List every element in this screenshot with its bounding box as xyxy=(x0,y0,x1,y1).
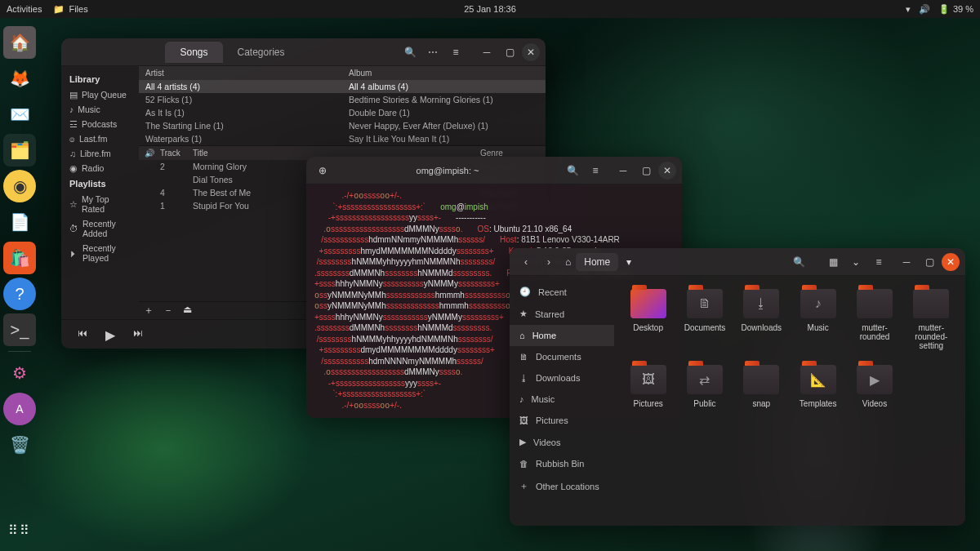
folder-item[interactable]: mutter-rounded-setting xyxy=(906,289,957,350)
folder-item[interactable]: ⇄ Public xyxy=(679,365,730,408)
dock-thunderbird[interactable]: ✉️ xyxy=(3,98,36,131)
library-item[interactable]: ☲Podcasts xyxy=(65,117,136,131)
album-column-header[interactable]: Album xyxy=(342,66,546,80)
library-item[interactable]: ▤Play Queue xyxy=(65,87,136,102)
folder-item[interactable]: Desktop xyxy=(622,289,674,350)
chevron-down-icon[interactable]: ▾ xyxy=(623,256,635,268)
files-sidebar-item[interactable]: 🗎 Documents xyxy=(510,346,614,367)
tab-songs[interactable]: Songs xyxy=(165,42,222,63)
folder-item[interactable]: ⭳ Downloads xyxy=(736,289,787,350)
dock-writer[interactable]: 📄 xyxy=(3,206,36,238)
search-button[interactable]: 🔍 xyxy=(562,160,583,181)
folder-item[interactable]: 🗎 Documents xyxy=(679,289,730,350)
folder-item[interactable]: ♪ Music xyxy=(792,289,844,350)
battery-icon: 🔋 xyxy=(938,4,950,15)
album-row[interactable]: Say It Like You Mean It (1) xyxy=(342,132,546,145)
album-row[interactable]: Bedtime Stories & Morning Glories (1) xyxy=(342,93,546,106)
track-column-header[interactable]: Track xyxy=(160,149,193,158)
dock-software[interactable]: 🛍️ xyxy=(3,242,36,274)
close-button[interactable]: ✕ xyxy=(658,162,676,180)
play-button[interactable]: ▶ xyxy=(105,327,120,342)
folder-item[interactable]: 📐 Templates xyxy=(792,365,844,408)
view-options-button[interactable]: ⌄ xyxy=(845,251,866,273)
app-menu[interactable]: 📁 Files xyxy=(53,4,87,15)
dock-terminal[interactable]: >_ xyxy=(3,313,36,346)
menu-button[interactable]: ⋯ xyxy=(422,42,443,63)
add-playlist-button[interactable]: ＋ xyxy=(144,304,158,318)
album-row[interactable]: Double Dare (1) xyxy=(342,106,546,119)
network-icon[interactable]: ▾ xyxy=(906,4,911,15)
library-item[interactable]: ♪Music xyxy=(65,102,136,117)
artist-column-header[interactable]: Artist xyxy=(139,66,342,80)
files-sidebar-label: Home xyxy=(532,331,556,340)
search-button[interactable]: 🔍 xyxy=(399,42,421,63)
music-sidebar: Library ▤Play Queue♪Music☲Podcasts⌾Last.… xyxy=(61,66,139,319)
folder-item[interactable]: 🖼 Pictures xyxy=(622,365,674,408)
dock-home-folder[interactable]: 🏠 xyxy=(3,26,36,59)
search-button[interactable]: 🔍 xyxy=(788,251,809,273)
remove-playlist-button[interactable]: － xyxy=(163,304,178,318)
folder-item[interactable]: snap xyxy=(736,365,787,408)
files-sidebar-item[interactable]: 🗑 Rubbish Bin xyxy=(510,453,614,474)
menu-button[interactable]: ≡ xyxy=(868,251,889,273)
dock-firefox[interactable]: 🦊 xyxy=(3,62,36,95)
folder-icon xyxy=(630,289,666,318)
artist-row[interactable]: Waterparks (1) xyxy=(139,132,342,145)
battery-indicator[interactable]: 🔋 39 % xyxy=(938,4,973,15)
maximize-button[interactable]: ▢ xyxy=(635,160,657,181)
view-button[interactable]: ≡ xyxy=(445,42,466,63)
files-sidebar-item[interactable]: ＋ Other Locations xyxy=(510,474,614,498)
playlist-item[interactable]: ⏵Recently Played xyxy=(65,241,136,265)
breadcrumb-home[interactable]: Home xyxy=(576,253,618,271)
forward-button[interactable]: › xyxy=(538,251,559,273)
folder-item[interactable]: ▶ Videos xyxy=(849,365,900,408)
activities-button[interactable]: Activities xyxy=(7,4,42,14)
artist-row[interactable]: 52 Flicks (1) xyxy=(139,93,342,106)
artist-row[interactable]: As It Is (1) xyxy=(139,106,342,119)
playlist-item[interactable]: ⏱Recently Added xyxy=(65,216,136,241)
maximize-button[interactable]: ▢ xyxy=(919,251,940,273)
next-button[interactable]: ⏭ xyxy=(133,327,148,342)
gnome-topbar: Activities 📁 Files 25 Jan 18:36 ▾ 🔊 🔋 39… xyxy=(0,0,980,18)
close-button[interactable]: ✕ xyxy=(522,43,540,61)
files-sidebar-item[interactable]: ♪ Music xyxy=(510,389,614,410)
back-button[interactable]: ‹ xyxy=(515,251,537,273)
dock-files[interactable]: 🗂️ xyxy=(3,134,36,167)
dock-help[interactable]: ? xyxy=(3,278,36,310)
menu-button[interactable]: ≡ xyxy=(585,160,606,181)
prev-button[interactable]: ⏮ xyxy=(78,327,92,342)
library-item[interactable]: ⌾Last.fm xyxy=(65,131,136,146)
files-sidebar-item[interactable]: ⭳ Downloads xyxy=(510,367,614,389)
dock-show-apps[interactable]: ⠿⠿ xyxy=(3,513,36,546)
close-button[interactable]: ✕ xyxy=(942,253,960,271)
files-sidebar-item[interactable]: 🕘 Recent xyxy=(510,281,614,303)
eject-button[interactable]: ⏏ xyxy=(183,304,198,318)
album-row[interactable]: Never Happy, Ever After (Deluxe) (1) xyxy=(342,119,546,132)
files-sidebar-item[interactable]: ★ Starred xyxy=(510,303,614,325)
folder-item[interactable]: mutter-rounded xyxy=(849,289,900,350)
playing-column-header[interactable]: 🔊 xyxy=(139,149,160,158)
new-tab-button[interactable]: ⊕ xyxy=(312,160,333,181)
view-grid-button[interactable]: ▦ xyxy=(822,251,844,273)
dock-updater[interactable]: A xyxy=(3,393,36,425)
maximize-button[interactable]: ▢ xyxy=(499,42,520,63)
artist-row[interactable]: All 4 artists (4) xyxy=(139,80,342,93)
volume-icon[interactable]: 🔊 xyxy=(919,4,930,15)
dock-tweaks[interactable]: ⚙ xyxy=(3,357,36,389)
minimize-button[interactable]: ─ xyxy=(896,251,917,273)
files-sidebar-item[interactable]: ⌂ Home xyxy=(510,325,614,346)
library-item[interactable]: ◉Radio xyxy=(65,161,136,176)
library-item-icon: ♫ xyxy=(69,149,76,158)
dock-rhythmbox[interactable]: ◉ xyxy=(3,170,36,202)
clock[interactable]: 25 Jan 18:36 xyxy=(464,4,516,14)
minimize-button[interactable]: ─ xyxy=(612,160,634,181)
minimize-button[interactable]: ─ xyxy=(476,42,497,63)
playlist-item[interactable]: ☆My Top Rated xyxy=(65,192,136,216)
artist-row[interactable]: The Starting Line (1) xyxy=(139,119,342,132)
dock-trash[interactable]: 🗑️ xyxy=(3,429,36,461)
library-item[interactable]: ♫Libre.fm xyxy=(65,146,136,161)
tab-categories[interactable]: Categories xyxy=(223,42,300,63)
files-sidebar-item[interactable]: 🖼 Pictures xyxy=(510,410,614,431)
album-row[interactable]: All 4 albums (4) xyxy=(342,80,546,93)
files-sidebar-item[interactable]: ▶ Videos xyxy=(510,431,614,453)
